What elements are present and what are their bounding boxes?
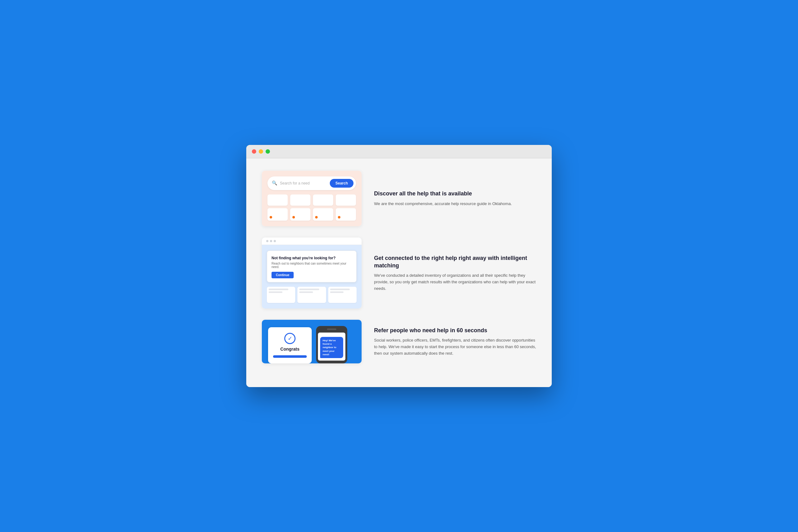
- feature-text-matching: Get connected to the right help right aw…: [374, 254, 536, 292]
- category-card-dot[interactable]: [290, 208, 310, 221]
- phone-mockup: Hey! We've found a neighbor to meet your…: [316, 326, 347, 363]
- result-line: [269, 289, 288, 290]
- category-cards-top: [267, 194, 356, 206]
- feature-heading-matching: Get connected to the right help right aw…: [374, 254, 536, 270]
- search-placeholder: Search for a need: [280, 181, 330, 186]
- search-bar: 🔍 Search for a need Search: [267, 176, 356, 190]
- category-card[interactable]: [313, 194, 333, 206]
- chat-bubble: Hey! We've found a neighbor to meet your…: [320, 337, 343, 358]
- category-card-dot[interactable]: [336, 208, 356, 221]
- category-card-dot[interactable]: [267, 208, 288, 221]
- not-finding-modal: Not finding what you're looking for? Rea…: [267, 251, 357, 282]
- phone-body: Hey! We've found a neighbor to meet your…: [316, 326, 347, 363]
- category-card[interactable]: [267, 194, 288, 206]
- mini-browser-bar: [262, 238, 362, 245]
- search-illustration: 🔍 Search for a need Search: [262, 171, 362, 226]
- feature-heading-search: Discover all the help that is available: [374, 190, 536, 197]
- feature-text-refer: Refer people who need help in 60 seconds…: [374, 327, 536, 357]
- matching-illustration-inner: Not finding what you're looking for? Rea…: [262, 238, 362, 308]
- browser-window: 🔍 Search for a need Search: [246, 145, 552, 387]
- modal-subtitle: Reach out to neighbors that can sometime…: [271, 262, 352, 269]
- result-card[interactable]: [297, 287, 326, 303]
- feature-row-refer: ✓ Congrats Hey! We've found a neighbor t…: [262, 320, 536, 363]
- page-content: 🔍 Search for a need Search: [246, 158, 552, 387]
- continue-button[interactable]: Continue: [271, 272, 293, 278]
- feature-description-refer: Social workers, police officers, EMTs, f…: [374, 337, 536, 357]
- matching-body: Not finding what you're looking for? Rea…: [262, 245, 362, 308]
- congrats-card: ✓ Congrats: [268, 327, 312, 363]
- category-card[interactable]: [336, 194, 356, 206]
- feature-row-matching: Not finding what you're looking for? Rea…: [262, 238, 536, 308]
- phone-notch: [327, 328, 336, 330]
- category-card[interactable]: [290, 194, 310, 206]
- modal-title: Not finding what you're looking for?: [271, 256, 352, 260]
- matching-illustration: Not finding what you're looking for? Rea…: [262, 238, 362, 308]
- result-line: [330, 289, 350, 290]
- maximize-button[interactable]: [266, 149, 270, 154]
- close-button[interactable]: [252, 149, 256, 154]
- search-icon: 🔍: [272, 180, 278, 186]
- minimize-button[interactable]: [259, 149, 263, 154]
- browser-titlebar: [246, 145, 552, 158]
- feature-heading-refer: Refer people who need help in 60 seconds: [374, 327, 536, 334]
- congrats-label: Congrats: [280, 346, 299, 352]
- mini-dot: [274, 240, 276, 242]
- category-cards-bottom: [267, 208, 356, 221]
- result-line: [299, 289, 319, 290]
- refer-illustration-inner: ✓ Congrats Hey! We've found a neighbor t…: [262, 320, 362, 363]
- phone-screen: Hey! We've found a neighbor to meet your…: [318, 332, 345, 361]
- congrats-bar: [273, 355, 307, 358]
- result-card[interactable]: [328, 287, 357, 303]
- feature-description-matching: We've conducted a detailed inventory of …: [374, 272, 536, 292]
- category-card-dot[interactable]: [313, 208, 333, 221]
- result-line: [269, 291, 282, 293]
- result-line: [330, 291, 344, 293]
- feature-text-search: Discover all the help that is available …: [374, 190, 536, 207]
- result-cards: [267, 287, 357, 303]
- search-button[interactable]: Search: [330, 179, 354, 188]
- result-card[interactable]: [267, 287, 295, 303]
- result-line: [299, 291, 313, 293]
- mini-dot: [270, 240, 272, 242]
- feature-description-search: We are the most comprehensive, accurate …: [374, 201, 536, 207]
- check-icon: ✓: [284, 333, 296, 344]
- mini-dot: [266, 240, 268, 242]
- refer-illustration: ✓ Congrats Hey! We've found a neighbor t…: [262, 320, 362, 363]
- refer-inner-content: ✓ Congrats Hey! We've found a neighbor t…: [262, 320, 362, 363]
- feature-row-search: 🔍 Search for a need Search: [262, 171, 536, 226]
- search-illustration-inner: 🔍 Search for a need Search: [262, 171, 362, 226]
